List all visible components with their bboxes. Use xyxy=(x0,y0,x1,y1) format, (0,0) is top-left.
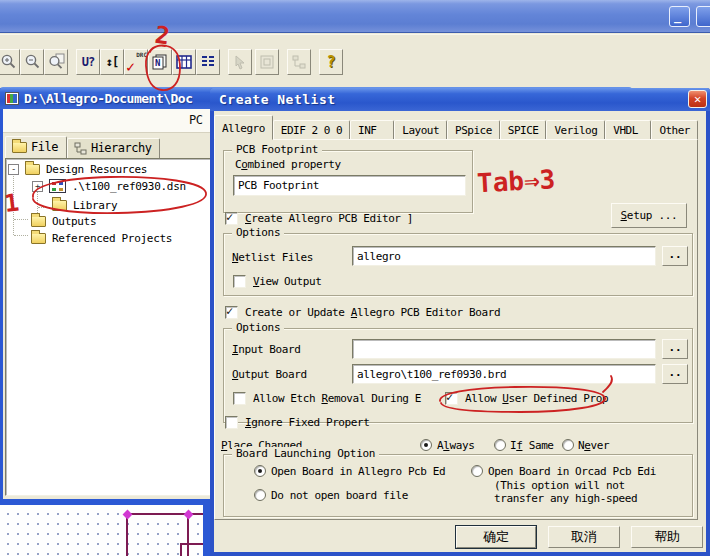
grayed-window-button[interactable] xyxy=(255,49,279,75)
netlist-pages-icon: N xyxy=(151,53,169,71)
combined-property-input[interactable] xyxy=(233,175,466,196)
help-button[interactable]: ? xyxy=(319,49,343,75)
dialog-tab-layout[interactable]: Layout xyxy=(394,120,447,140)
radio-open-orcad[interactable] xyxy=(471,465,483,477)
radio-open-orcad-label[interactable]: Open Board in Orcad Pcb Edi xyxy=(488,465,656,478)
radio-open-allegro[interactable] xyxy=(254,465,266,477)
bom-button[interactable] xyxy=(196,49,220,75)
maximize-button[interactable] xyxy=(696,6,710,27)
tree-item-label: Library xyxy=(73,199,117,212)
folder-icon xyxy=(12,142,27,153)
setup-button[interactable]: Setup ... xyxy=(611,203,687,228)
input-board-browse-button[interactable]: .. xyxy=(662,339,688,359)
tree-item-outputs[interactable]: Outputs xyxy=(31,213,96,229)
allow-etch-label[interactable]: Allow Etch Removal During E xyxy=(253,392,421,405)
dialog-tab-spice[interactable]: SPICE xyxy=(500,120,547,140)
dialog-tab-vhdl[interactable]: VHDL xyxy=(605,120,651,140)
annotate-button[interactable]: U? xyxy=(76,49,100,75)
create-editor-label[interactable]: Create Allegro PCB Editor ] xyxy=(245,212,413,225)
tree-item-design-resources[interactable]: - Design Resources xyxy=(8,161,147,177)
create-update-label[interactable]: Create or Update Allegro PCB Editor Boar… xyxy=(245,306,500,319)
create-editor-checkbox[interactable]: ✓ xyxy=(225,212,238,225)
radio-if-same[interactable] xyxy=(494,439,506,451)
tree-item-label: Design Resources xyxy=(46,163,147,176)
radio-do-not-open[interactable] xyxy=(254,489,266,501)
tree-item-label: Outputs xyxy=(52,215,96,228)
radio-never-label[interactable]: Never xyxy=(578,439,609,452)
dialog-body: Allegro EDIF 2 0 0 INF Layout PSpice SPI… xyxy=(210,111,702,552)
tree-connector xyxy=(14,219,28,220)
netlist-files-input[interactable] xyxy=(352,246,656,266)
expand-box-icon[interactable]: + xyxy=(32,181,43,192)
tab-hierarchy[interactable]: Hierarchy xyxy=(67,138,161,158)
magnifier-page-icon xyxy=(48,53,65,70)
zoom-in-button[interactable] xyxy=(0,49,20,75)
allow-user-checkbox[interactable]: ✓ xyxy=(445,392,458,405)
wire-junction xyxy=(184,510,194,520)
radio-always[interactable] xyxy=(420,439,432,451)
help-dialog-button[interactable]: 帮助 xyxy=(631,526,703,548)
close-button[interactable]: ✕ xyxy=(688,90,707,108)
tree-connector xyxy=(13,173,14,235)
dialog-tab-verilog[interactable]: Verilog xyxy=(546,120,605,140)
dialog-tab-strip: Allegro EDIF 2 0 0 INF Layout PSpice SPI… xyxy=(214,114,698,140)
allow-etch-checkbox[interactable] xyxy=(233,392,246,405)
netlist-files-browse-button[interactable]: .. xyxy=(662,246,688,266)
dialog-tab-other[interactable]: Other xyxy=(651,120,698,140)
output-board-input[interactable] xyxy=(352,364,656,384)
grayed-pointer-button[interactable] xyxy=(228,49,252,75)
ok-button[interactable]: 确定 xyxy=(456,526,536,548)
dialog-tab-pspice[interactable]: PSpice xyxy=(447,120,500,140)
folder-icon xyxy=(31,233,46,244)
allow-user-label[interactable]: Allow User Defined Prop xyxy=(465,392,608,405)
minimize-icon: _ xyxy=(674,7,681,25)
tree-item-referenced-projects[interactable]: Referenced Projects xyxy=(31,230,172,246)
cross-reference-button[interactable] xyxy=(172,49,196,75)
main-toolbar: U? ↕[ DRC ✓ N xyxy=(0,34,710,88)
grayed-hierarchy-button[interactable] xyxy=(287,49,311,75)
schematic-grid[interactable] xyxy=(0,505,203,556)
drc-check-button[interactable]: DRC ✓ xyxy=(124,49,148,75)
collapse-box-icon[interactable]: - xyxy=(8,164,19,175)
tree-item-library[interactable]: Library xyxy=(52,197,117,213)
view-output-label[interactable]: View Output xyxy=(253,275,321,288)
options-group-1: Options Netlist Files .. View Output xyxy=(223,233,693,296)
cancel-button[interactable]: 取消 xyxy=(548,526,620,548)
tree-item-dsn[interactable]: + .\t100_ref0930.dsn xyxy=(32,178,186,194)
dialog-tab-allegro[interactable]: Allegro xyxy=(214,115,273,140)
output-board-browse-button[interactable]: .. xyxy=(662,364,688,384)
wire xyxy=(180,543,203,545)
zoom-out-button[interactable] xyxy=(20,49,44,75)
radio-if-same-label[interactable]: If Same xyxy=(510,439,554,452)
dialog-tab-inf[interactable]: INF xyxy=(350,120,394,140)
combined-property-label: Combined property xyxy=(235,158,341,171)
wire-junction xyxy=(123,510,133,520)
dialog-tab-edif-2-0-0[interactable]: EDIF 2 0 0 xyxy=(273,120,350,140)
cross-reference-table-icon xyxy=(175,53,193,71)
orcad-note-line2: transfer any high-speed xyxy=(494,492,637,505)
design-file-icon xyxy=(49,179,66,193)
dialog-titlebar[interactable]: Create Netlist ✕ xyxy=(210,88,710,111)
magnifier-plus-icon xyxy=(0,53,17,70)
view-output-checkbox[interactable] xyxy=(233,275,246,288)
ignore-fixed-checkbox[interactable] xyxy=(225,416,238,429)
main-window-titlebar[interactable]: _ xyxy=(0,0,710,33)
back-annotate-button[interactable]: ↕[ xyxy=(100,49,124,75)
radio-open-allegro-label[interactable]: Open Board in Allegro Pcb Ed xyxy=(271,465,445,478)
folder-icon xyxy=(52,200,67,211)
radio-always-label[interactable]: Always xyxy=(437,439,474,452)
pointer-icon xyxy=(232,54,248,70)
minimize-button[interactable]: _ xyxy=(669,6,690,27)
ignore-fixed-label[interactable]: Ignore Fixed Propert xyxy=(245,416,369,429)
project-window-icon xyxy=(5,92,19,105)
create-update-checkbox[interactable]: ✓ xyxy=(225,306,238,319)
radio-never[interactable] xyxy=(562,439,574,451)
input-board-label: Input Board xyxy=(232,343,300,356)
create-netlist-button[interactable]: N xyxy=(148,49,172,75)
netlist-files-label: Netlist Files xyxy=(232,251,313,264)
zoom-all-button[interactable] xyxy=(44,49,68,75)
svg-text:N: N xyxy=(155,58,160,68)
tab-file[interactable]: File xyxy=(5,136,67,158)
input-board-input[interactable] xyxy=(352,339,656,359)
radio-do-not-open-label[interactable]: Do not open board file xyxy=(271,489,408,502)
